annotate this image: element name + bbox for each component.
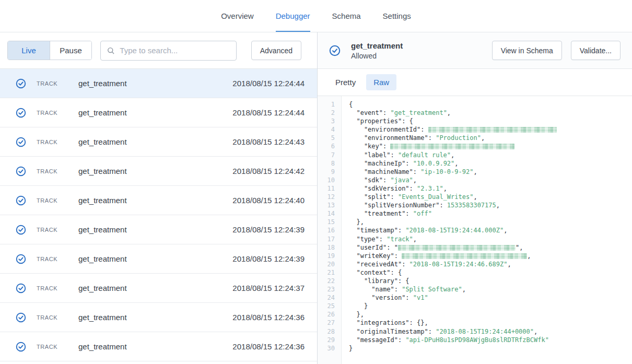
event-name-label: get_treatment (78, 313, 127, 322)
line-number: 30 (318, 344, 335, 353)
list-item[interactable]: TRACKget_treatment2018/08/15 12:24:37 (0, 274, 317, 303)
event-name-label: get_treatment (78, 167, 127, 175)
event-timestamp: 2018/08/15 12:24:42 (232, 167, 305, 175)
line-number: 27 (318, 319, 335, 327)
event-name-label: get_treatment (78, 225, 127, 234)
code-line: { (349, 100, 632, 109)
live-pause-toggle: Live Pause (7, 41, 92, 60)
top-nav: Overview Debugger Schema Settings (0, 0, 632, 32)
list-item[interactable]: TRACKget_treatment2018/08/15 12:24:36 (0, 332, 317, 361)
code-line: "messageId": "api-DPuH8u1sPD98AWjgBu8slR… (349, 336, 632, 344)
code-line: "environmentName": "Production", (349, 134, 632, 142)
detail-actions: View in Schema Validate... (492, 41, 621, 60)
search-input[interactable] (120, 46, 229, 55)
line-number: 24 (318, 293, 335, 302)
redacted-value (402, 253, 527, 259)
code-line: "split": "Events_Dual_Writes", (349, 193, 632, 201)
line-number: 15 (318, 218, 335, 226)
list-controls: Live Pause Advanced (0, 32, 317, 69)
code-line: "name": "Split Software", (349, 285, 632, 293)
line-number: 22 (318, 277, 335, 285)
list-item[interactable]: TRACKget_treatment2018/08/15 12:24:36 (0, 303, 317, 332)
event-timestamp: 2018/08/15 12:24:37 (232, 284, 305, 292)
check-circle-icon (16, 254, 26, 264)
tab-raw[interactable]: Raw (366, 74, 396, 90)
view-in-schema-button[interactable]: View in Schema (492, 41, 562, 60)
code-line: "splitVersionNumber": 1533583307175, (349, 201, 632, 209)
check-circle-icon (16, 312, 26, 323)
code-line: "library": { (349, 277, 632, 285)
list-item[interactable]: TRACKget_treatment2018/08/15 12:24:44 (0, 69, 317, 98)
search-box[interactable] (100, 41, 237, 61)
line-number: 3 (318, 117, 335, 125)
code-line: "integrations": {}, (349, 319, 632, 327)
view-tabs: Pretty Raw (318, 69, 632, 96)
event-name-label: get_treatment (78, 284, 127, 292)
code-line: "receivedAt": "2018-08-15T19:24:46.689Z"… (349, 260, 632, 268)
list-item[interactable]: TRACKget_treatment2018/08/15 12:24:39 (0, 215, 317, 244)
line-number: 9 (318, 168, 335, 176)
code-line: "machineIp": "10.0.9.92", (349, 159, 632, 168)
list-item[interactable]: TRACKget_treatment2018/08/15 12:24:43 (0, 127, 317, 157)
line-number: 13 (318, 201, 335, 209)
event-type-label: TRACK (37, 139, 68, 145)
event-timestamp: 2018/08/15 12:24:39 (232, 225, 305, 234)
check-circle-icon (16, 78, 26, 89)
tab-overview[interactable]: Overview (221, 0, 254, 32)
list-item[interactable]: TRACKget_treatment2018/08/15 12:24:40 (0, 186, 317, 215)
tab-debugger[interactable]: Debugger (276, 0, 310, 32)
event-timestamp: 2018/08/15 12:24:43 (232, 137, 305, 146)
redacted-value (398, 245, 516, 251)
code-line: "label": "default rule", (349, 151, 632, 159)
detail-status: Allowed (351, 52, 403, 60)
line-number: 6 (318, 142, 335, 150)
live-button[interactable]: Live (8, 41, 50, 60)
code-line: "timestamp": "2018-08-15T19:24:44.000Z", (349, 226, 632, 234)
line-number: 11 (318, 184, 335, 193)
pause-button[interactable]: Pause (50, 41, 91, 60)
code-line: } (349, 302, 632, 310)
line-number: 17 (318, 235, 335, 243)
event-timestamp: 2018/08/15 12:24:36 (232, 313, 305, 322)
line-number: 1 (318, 100, 335, 109)
line-number: 16 (318, 226, 335, 234)
event-type-label: TRACK (37, 285, 68, 291)
tab-settings[interactable]: Settings (383, 0, 411, 32)
line-number: 19 (318, 252, 335, 260)
validate-button[interactable]: Validate... (571, 41, 621, 60)
search-icon (107, 46, 114, 55)
line-number: 21 (318, 268, 335, 277)
line-number: 20 (318, 260, 335, 268)
json-code[interactable]: { "event": "get_treatment", "properties"… (342, 96, 632, 364)
event-type-label: TRACK (37, 227, 68, 233)
line-number: 2 (318, 109, 335, 117)
advanced-button[interactable]: Advanced (251, 41, 301, 60)
list-item[interactable]: TRACKget_treatment2018/08/15 12:24:39 (0, 244, 317, 274)
tab-schema[interactable]: Schema (332, 0, 361, 32)
event-name-label: get_treatment (78, 108, 127, 117)
redacted-value (428, 127, 557, 133)
code-line: "originalTimestamp": "2018-08-15T19:24:4… (349, 327, 632, 336)
event-timestamp: 2018/08/15 12:24:44 (232, 108, 305, 117)
event-timestamp: 2018/08/15 12:24:44 (232, 79, 305, 88)
raw-json-viewer: 1234567891011121314151617181920212223242… (318, 96, 632, 364)
redacted-value (390, 144, 514, 149)
line-number: 14 (318, 209, 335, 218)
event-timestamp: 2018/08/15 12:24:40 (232, 196, 305, 205)
event-list: TRACKget_treatment2018/08/15 12:24:44TRA… (0, 69, 317, 364)
event-type-label: TRACK (37, 256, 68, 262)
code-line: "environmentId": (349, 125, 632, 134)
check-circle-icon (329, 45, 341, 56)
event-name-label: get_treatment (78, 254, 127, 263)
code-line: "userId": "", (349, 243, 632, 252)
list-item[interactable]: TRACKget_treatment2018/08/15 12:24:44 (0, 98, 317, 127)
code-line: "key": (349, 142, 632, 150)
event-name-label: get_treatment (78, 137, 127, 146)
check-circle-icon (16, 137, 26, 147)
main-split: Live Pause Advanced TRACKget_treatment20… (0, 32, 632, 364)
code-line: "context": { (349, 268, 632, 277)
check-circle-icon (16, 225, 26, 235)
line-number: 5 (318, 134, 335, 142)
tab-pretty[interactable]: Pretty (328, 74, 363, 90)
list-item[interactable]: TRACKget_treatment2018/08/15 12:24:42 (0, 157, 317, 186)
